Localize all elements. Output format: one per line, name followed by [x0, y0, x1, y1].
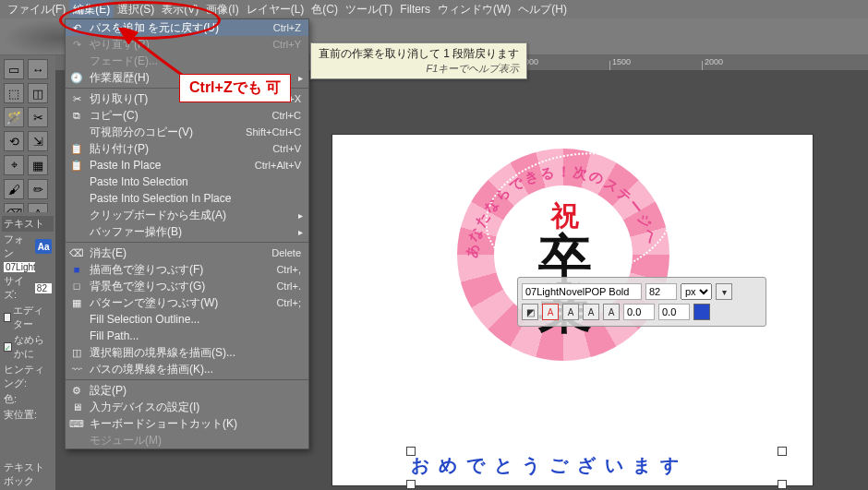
- hinting-label: ヒンティング:: [4, 363, 52, 390]
- menu-separator: [66, 242, 308, 243]
- menu-ツール(T)[interactable]: ツール(T): [342, 0, 396, 19]
- panel-header-text: テキスト: [2, 216, 54, 232]
- bottom-text[interactable]: おめでとうございます: [411, 455, 688, 475]
- menu-item-accel: Ctrl+Alt+V: [255, 160, 301, 171]
- tool-7[interactable]: ⇲: [28, 131, 48, 151]
- tool-11[interactable]: ✏: [28, 179, 48, 199]
- baseline-icon[interactable]: ◩: [522, 304, 538, 320]
- menu-item-accel: Ctrl+C: [272, 110, 301, 121]
- style-a1-icon[interactable]: A: [542, 304, 559, 320]
- tool-4[interactable]: 🪄: [4, 107, 24, 127]
- menu-画像(I)[interactable]: 画像(I): [202, 0, 242, 19]
- menu-item-label: Paste In Place: [90, 159, 249, 172]
- menu-item-label: モジュール(M): [90, 433, 295, 448]
- editor-checkbox[interactable]: [4, 313, 11, 322]
- size-value[interactable]: 82: [35, 283, 52, 293]
- annotation-note: Ctrl+Zでも 可: [179, 74, 291, 102]
- menu-item-label: やり直す(R): [90, 37, 267, 53]
- style-a4-icon[interactable]: A: [603, 304, 620, 320]
- menu-item[interactable]: Paste Into Selection In Place: [66, 190, 308, 207]
- menu-item[interactable]: ◫選択範囲の境界線を描画(S)...: [66, 344, 308, 361]
- handle-bottom-left[interactable]: [406, 480, 416, 489]
- font-value[interactable]: 07Light: [4, 262, 35, 272]
- menu-item-icon: ⚙: [69, 383, 84, 398]
- color-label: 色:: [4, 392, 17, 406]
- menu-item[interactable]: Fill Selection Outline...: [66, 311, 308, 328]
- menu-item[interactable]: バッファー操作(B): [66, 223, 308, 240]
- smooth-checkbox[interactable]: [4, 342, 12, 352]
- tool-0[interactable]: ▭: [4, 59, 24, 79]
- style-a3-icon[interactable]: A: [583, 304, 599, 320]
- menu-item-label: Paste Into Selection: [90, 175, 295, 188]
- menu-レイヤー(L)[interactable]: レイヤー(L): [243, 0, 308, 19]
- tool-10[interactable]: 🖌: [4, 179, 24, 199]
- menu-item-icon: ⧉: [69, 108, 84, 123]
- menu-item[interactable]: 📋貼り付け(P)Ctrl+V: [66, 140, 308, 157]
- overlay-val1[interactable]: [623, 304, 655, 320]
- overlay-color-swatch[interactable]: [693, 304, 710, 320]
- menu-item[interactable]: ⌫消去(E)Delete: [66, 245, 308, 261]
- menu-編集(E)[interactable]: 編集(E): [69, 0, 114, 19]
- menu-選択(S)[interactable]: 選択(S): [114, 0, 158, 19]
- menu-item-icon: ▦: [69, 295, 84, 310]
- menu-item-icon: 🕘: [69, 70, 84, 85]
- tool-6[interactable]: ⟲: [4, 131, 24, 151]
- menu-item[interactable]: □背景色で塗りつぶす(G)Ctrl+.: [66, 278, 308, 294]
- tool-9[interactable]: ▦: [28, 155, 48, 175]
- tool-3[interactable]: ◫: [28, 83, 48, 103]
- menu-item[interactable]: ■描画色で塗りつぶす(F)Ctrl+,: [66, 261, 308, 278]
- menu-item-label: Fill Path...: [90, 329, 295, 342]
- handle-top-left[interactable]: [406, 447, 416, 456]
- tooltip-line1: 直前の作業を取り消して 1 段階戻ります: [319, 46, 519, 62]
- menu-item-label: 消去(E): [90, 245, 266, 261]
- handle-bottom-right[interactable]: [778, 480, 787, 489]
- menu-item[interactable]: Paste Into Selection: [66, 173, 308, 190]
- menu-item-label: 描画色で塗りつぶす(F): [90, 262, 271, 278]
- menu-item[interactable]: ⌨キーボードショートカット(K): [66, 415, 308, 432]
- menu-item[interactable]: ▦パターンで塗りつぶす(W)Ctrl+;: [66, 294, 308, 311]
- menu-item-label: 背景色で塗りつぶす(G): [90, 279, 271, 294]
- tool-5[interactable]: ✂: [28, 107, 48, 127]
- menubar[interactable]: ファイル(F)編集(E)選択(S)表示(V)画像(I)レイヤー(L)色(C)ツー…: [0, 0, 868, 18]
- menu-item-accel: Ctrl+,: [276, 264, 301, 275]
- pos-label: 実位置:: [4, 408, 37, 422]
- menu-ヘルプ(H)[interactable]: ヘルプ(H): [514, 0, 571, 19]
- menu-item[interactable]: 〰パスの境界線を描画(K)...: [66, 361, 308, 377]
- menu-item-accel: Ctrl+Y: [272, 39, 301, 50]
- overlay-font-input[interactable]: [522, 283, 642, 300]
- menu-item[interactable]: ⚙設定(P): [66, 382, 308, 399]
- overlay-dropdown-icon[interactable]: ▾: [716, 283, 732, 300]
- menu-item-accel: Shift+Ctrl+C: [246, 126, 301, 137]
- menu-item[interactable]: 可視部分のコピー(V)Shift+Ctrl+C: [66, 124, 308, 140]
- menu-ファイル(F)[interactable]: ファイル(F): [4, 0, 69, 19]
- menu-item[interactable]: ⧉コピー(C)Ctrl+C: [66, 107, 308, 124]
- menu-item[interactable]: Fill Path...: [66, 328, 308, 344]
- style-a2-icon[interactable]: A: [562, 304, 579, 320]
- bottom-text-layer[interactable]: おめでとうございます: [411, 453, 780, 478]
- menu-Filters[interactable]: Filters: [396, 1, 434, 18]
- menu-item-icon: ⌨: [69, 416, 84, 431]
- menu-item[interactable]: ↶パスを追加 を元に戻す(U)Ctrl+Z: [66, 19, 308, 36]
- menu-item-accel: Delete: [271, 247, 301, 258]
- handle-top-right[interactable]: [778, 447, 787, 456]
- tool-2[interactable]: ⬚: [4, 83, 24, 103]
- menu-item-label: 設定(P): [90, 383, 295, 399]
- menu-item-icon: [69, 174, 84, 189]
- menu-色(C)[interactable]: 色(C): [307, 0, 342, 19]
- text-tool-overlay[interactable]: px ▾ ◩ A A A A: [517, 277, 766, 327]
- tool-8[interactable]: ⌖: [4, 155, 24, 175]
- tool-1[interactable]: ↔: [28, 59, 48, 79]
- aa-icon: Aa: [35, 239, 52, 254]
- menu-item-label: 貼り付け(P): [90, 141, 267, 157]
- menu-item-icon: [69, 329, 84, 343]
- overlay-unit-select[interactable]: px: [681, 283, 712, 300]
- menu-item-icon: ✂: [69, 91, 84, 106]
- menu-item-icon: [69, 433, 84, 448]
- menu-表示(V)[interactable]: 表示(V): [158, 0, 202, 19]
- menu-item[interactable]: 🖥入力デバイスの設定(I): [66, 399, 308, 415]
- overlay-size-input[interactable]: [645, 283, 677, 300]
- overlay-val2[interactable]: [658, 304, 690, 320]
- menu-item[interactable]: クリップボードから生成(A): [66, 207, 308, 223]
- menu-ウィンドウ(W)[interactable]: ウィンドウ(W): [434, 0, 514, 19]
- menu-item[interactable]: 📋Paste In PlaceCtrl+Alt+V: [66, 157, 308, 173]
